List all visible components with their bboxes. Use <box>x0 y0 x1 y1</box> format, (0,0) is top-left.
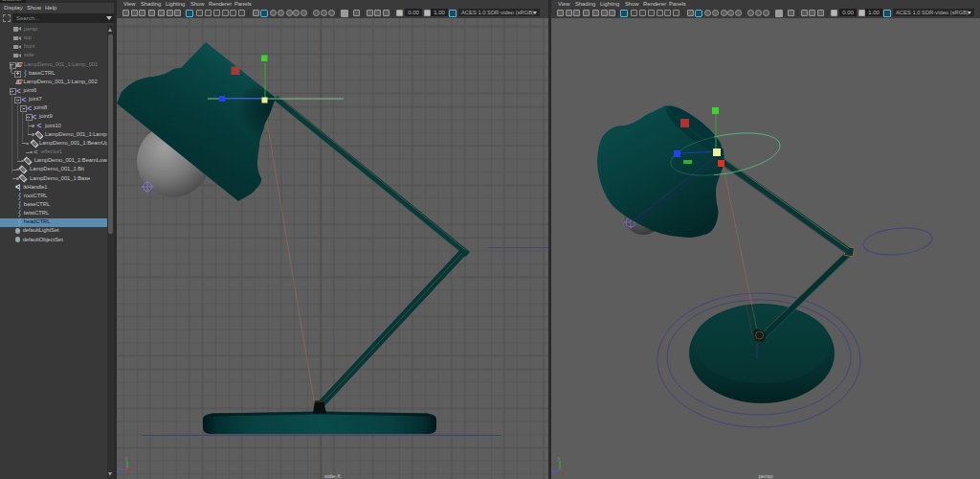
svg-text:y: y <box>125 455 128 461</box>
svg-text:y: y <box>558 455 561 461</box>
